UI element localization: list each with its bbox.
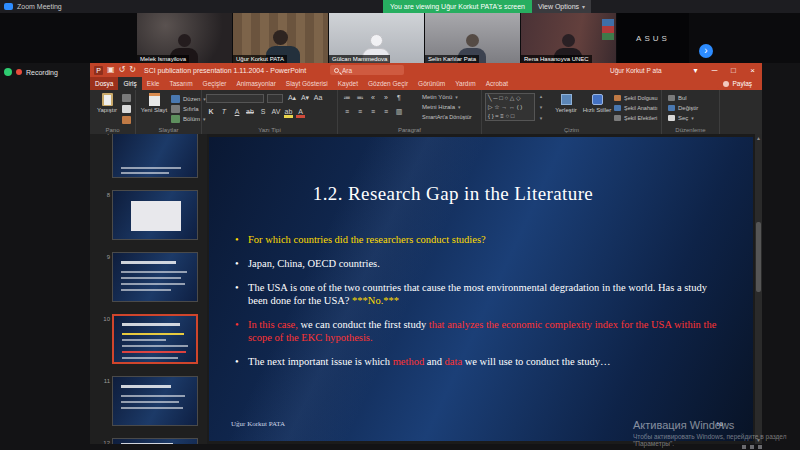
scroll-up-icon[interactable]: ▲: [755, 135, 762, 141]
video-tile-participant-6[interactable]: ASUS: [617, 13, 689, 63]
highlight-color-icon[interactable]: ab: [284, 108, 293, 118]
zoom-app-label: Zoom Meeting: [17, 3, 62, 10]
tab-kaydet[interactable]: Kaydet: [333, 77, 363, 90]
search-box[interactable]: [330, 65, 404, 75]
undo-icon[interactable]: ↺: [119, 65, 126, 75]
select-button[interactable]: Seç ▾: [668, 115, 694, 121]
slide-canvas[interactable]: 1.2. Research Gap in the Literature For …: [209, 137, 753, 441]
text-segment: The USA is one of the two countries that…: [248, 282, 707, 306]
replace-button[interactable]: Değiştir: [668, 105, 698, 111]
tab-acrobat[interactable]: Acrobat: [481, 77, 513, 90]
italic-icon[interactable]: T: [219, 108, 229, 118]
line-spacing-icon[interactable]: ¶: [394, 94, 404, 102]
slide-title: 1.2. Research Gap in the Literature: [209, 183, 753, 205]
tab-gecisler[interactable]: Geçişler: [198, 77, 232, 90]
shape-fill-button[interactable]: Şekil Dolgusu: [614, 95, 658, 101]
close-button[interactable]: ×: [743, 63, 762, 77]
video-tile-participant-4[interactable]: Selin Karlılar Pata: [425, 13, 520, 63]
text-direction-button[interactable]: Metin Yönü ▾: [422, 94, 458, 100]
tab-ekle[interactable]: Ekle: [142, 77, 165, 90]
quick-styles-button[interactable]: Hızlı Stiller: [582, 94, 612, 113]
tab-slayt-gosterisi[interactable]: Slayt Gösterisi: [281, 77, 333, 90]
maximize-button[interactable]: □: [724, 63, 743, 77]
new-slide-label: Yeni Slayt: [141, 107, 167, 113]
font-name-box[interactable]: [206, 94, 264, 103]
slide-thumbnail[interactable]: [112, 190, 198, 240]
font-color-icon[interactable]: A: [296, 108, 305, 118]
text-shadow-icon[interactable]: S: [258, 108, 268, 118]
new-slide-button[interactable]: Yeni Slayt: [138, 93, 170, 113]
ribbon-display-options-icon[interactable]: ▾: [686, 63, 705, 77]
tab-tasarim[interactable]: Tasarım: [164, 77, 197, 90]
bold-icon[interactable]: K: [206, 108, 216, 118]
vertical-scrollbar[interactable]: ▲ ▼: [755, 134, 762, 444]
slide-thumbnail-panel[interactable]: 7 8 9 10: [90, 134, 207, 444]
scroll-up-icon[interactable]: ▴: [540, 93, 543, 99]
character-spacing-icon[interactable]: AV: [271, 108, 281, 118]
shape-effects-button[interactable]: Şekil Efektleri: [614, 115, 657, 121]
thumbnail-number: 11: [98, 378, 110, 384]
text-segment: and: [424, 356, 444, 367]
tab-dosya[interactable]: Dosya: [90, 77, 118, 90]
tab-yardim[interactable]: Yardım: [450, 77, 480, 90]
format-painter-icon[interactable]: [122, 116, 131, 124]
save-icon[interactable]: ▣: [107, 65, 115, 75]
slide-thumbnail[interactable]: [112, 134, 198, 178]
slide-thumbnail[interactable]: [112, 438, 198, 444]
copy-icon[interactable]: [122, 105, 131, 113]
video-tile-participant-5[interactable]: Rena Hasanoyva UNEC: [521, 13, 616, 63]
shape-outline-button[interactable]: Şekil Anahattı: [614, 105, 658, 111]
strikethrough-icon[interactable]: ab: [245, 108, 255, 118]
align-left-icon[interactable]: ≡: [342, 108, 352, 116]
align-center-icon[interactable]: ≡: [355, 108, 365, 116]
next-participants-button[interactable]: ›: [699, 44, 713, 58]
reset-button[interactable]: Sıfırla: [171, 105, 199, 113]
account-name[interactable]: Uğur Korkut P ata: [610, 63, 662, 77]
clear-formatting-icon[interactable]: Aa: [313, 94, 323, 102]
share-button[interactable]: Paylaş: [717, 78, 758, 89]
gallery-more-icon[interactable]: ▾: [540, 115, 543, 121]
numbering-icon[interactable]: ≕: [355, 94, 365, 102]
cut-icon[interactable]: [122, 94, 131, 102]
scrollbar-thumb[interactable]: [756, 222, 761, 292]
redo-icon[interactable]: ↻: [129, 65, 136, 75]
tab-giris[interactable]: Giriş: [118, 77, 141, 90]
scroll-down-icon[interactable]: ▾: [540, 104, 543, 110]
convert-smartart-button[interactable]: SmartArt'a Dönüştür: [422, 114, 472, 120]
minimize-button[interactable]: ─: [705, 63, 724, 77]
bullets-icon[interactable]: ≔: [342, 94, 352, 102]
columns-icon[interactable]: ▥: [394, 108, 404, 116]
screen-share-banner: You are viewing Uğur Korkut PATA's scree…: [383, 0, 591, 13]
powerpoint-titlebar[interactable]: P ▣ ↺ ↻ SCI publication presentation 1.1…: [90, 63, 762, 77]
slide-thumbnail-selected[interactable]: [112, 314, 198, 364]
justify-icon[interactable]: ≡: [381, 108, 391, 116]
shrink-font-icon[interactable]: A▾: [300, 94, 310, 102]
align-right-icon[interactable]: ≡: [368, 108, 378, 116]
tab-gozden-gecir[interactable]: Gözden Geçir: [363, 77, 413, 90]
layout-button[interactable]: Düzen ▾: [171, 95, 206, 103]
ribbon-group-clipboard: Yapıştır Pano: [90, 90, 136, 134]
find-button[interactable]: Bul: [668, 95, 687, 101]
align-text-button[interactable]: Metni Hizala ▾: [422, 104, 461, 110]
section-button[interactable]: Bölüm ▾: [171, 115, 206, 123]
view-options-button[interactable]: View Options ▾: [532, 0, 591, 13]
slide-thumbnail[interactable]: [112, 252, 198, 302]
zoom-meeting-window: Zoom Meeting You are viewing Uğur Korkut…: [0, 0, 800, 450]
shapes-gallery-scroll[interactable]: ▴ ▾ ▾: [537, 93, 545, 121]
search-input[interactable]: [342, 67, 430, 74]
tab-gorunum[interactable]: Görünüm: [413, 77, 450, 90]
grow-font-icon[interactable]: A▴: [287, 94, 297, 102]
decrease-indent-icon[interactable]: «: [368, 94, 378, 102]
slide-thumbnail[interactable]: [112, 376, 198, 426]
video-tile-participant-1[interactable]: Melek Ismayilova: [137, 13, 232, 63]
font-size-box[interactable]: [267, 94, 283, 103]
increase-indent-icon[interactable]: »: [381, 94, 391, 102]
slide-editing-area[interactable]: 1.2. Research Gap in the Literature For …: [207, 134, 755, 444]
video-tile-participant-3[interactable]: Gülcan Mammedova: [329, 13, 424, 63]
underline-icon[interactable]: A: [232, 108, 242, 118]
paste-button[interactable]: Yapıştır: [94, 93, 120, 113]
arrange-button[interactable]: Yerleştir: [552, 94, 580, 113]
shapes-gallery[interactable]: ╲ ─ □ ○ △ ◇ ▷ ☆ → ↔ ( ) { } ≈ ≡ ○ □: [485, 93, 535, 121]
video-tile-participant-2[interactable]: Uğur Korkut PATA: [233, 13, 328, 63]
tab-animasyonlar[interactable]: Animasyonlar: [231, 77, 280, 90]
